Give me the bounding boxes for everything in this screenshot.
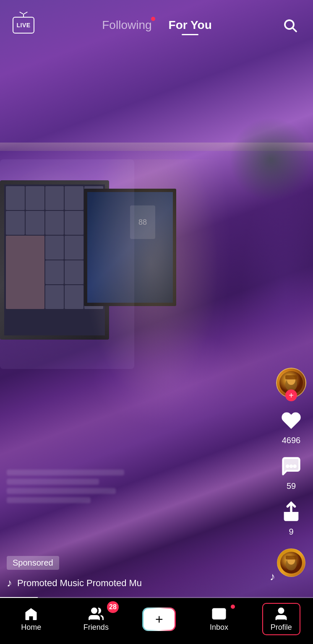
nav-home[interactable]: Home: [13, 603, 50, 635]
live-label: LIVE: [16, 22, 30, 29]
right-actions: + 4696 59: [276, 368, 306, 577]
live-button[interactable]: LIVE: [13, 17, 34, 34]
like-count: 4696: [282, 436, 301, 445]
search-button[interactable]: [279, 15, 300, 36]
home-label: Home: [21, 623, 41, 632]
top-bar: LIVE Following For You: [0, 0, 313, 46]
following-notification-dot: [151, 17, 155, 21]
bottom-navigation: Home 28 Friends + Inbox: [0, 598, 313, 644]
share-count: 9: [289, 527, 293, 537]
music-disc[interactable]: [277, 548, 305, 577]
svg-rect-13: [286, 556, 297, 559]
home-icon: [23, 606, 39, 621]
share-button[interactable]: 9: [279, 499, 304, 537]
antenna-icon: [23, 14, 24, 18]
heart-icon: [279, 408, 304, 433]
friends-label: Friends: [83, 623, 109, 632]
blurred-captions: [7, 470, 124, 506]
inbox-label: Inbox: [210, 623, 228, 632]
nav-profile[interactable]: Profile: [262, 603, 300, 635]
nav-inbox[interactable]: Inbox: [201, 603, 237, 635]
comment-icon: [279, 454, 304, 479]
svg-line-1: [293, 28, 296, 31]
inbox-icon: [211, 606, 227, 621]
share-icon: [279, 499, 304, 525]
friends-icon: [89, 606, 104, 621]
plus-icon: +: [155, 613, 163, 626]
person-area: [76, 159, 243, 453]
nav-friends[interactable]: 28 Friends: [75, 603, 117, 635]
creator-avatar-container: +: [276, 368, 306, 398]
nav-create[interactable]: +: [142, 608, 176, 631]
svg-point-15: [279, 608, 284, 613]
like-button[interactable]: 4696: [279, 408, 304, 445]
profile-icon: [274, 606, 289, 621]
music-note-icon: ♪: [7, 576, 12, 589]
live-icon: LIVE: [13, 17, 34, 34]
music-title: Promoted Music Promoted Mu: [17, 578, 142, 589]
comment-button[interactable]: 59: [279, 454, 304, 491]
tab-foryou[interactable]: For You: [169, 18, 212, 32]
nav-tabs: Following For You: [102, 18, 211, 32]
follow-plus-button[interactable]: +: [285, 390, 297, 401]
profile-label: Profile: [271, 623, 292, 632]
sponsored-badge: Sponsored: [7, 556, 59, 570]
create-button[interactable]: +: [142, 608, 176, 631]
bottom-info: Sponsored ♪ Promoted Music Promoted Mu: [7, 556, 271, 589]
friends-badge: 28: [107, 601, 119, 613]
tab-following[interactable]: Following: [102, 18, 151, 32]
svg-rect-5: [285, 375, 297, 379]
comment-count: 59: [287, 481, 296, 491]
svg-point-14: [91, 608, 97, 613]
music-info[interactable]: ♪ Promoted Music Promoted Mu: [7, 576, 271, 589]
music-disc-icon: [280, 552, 302, 574]
